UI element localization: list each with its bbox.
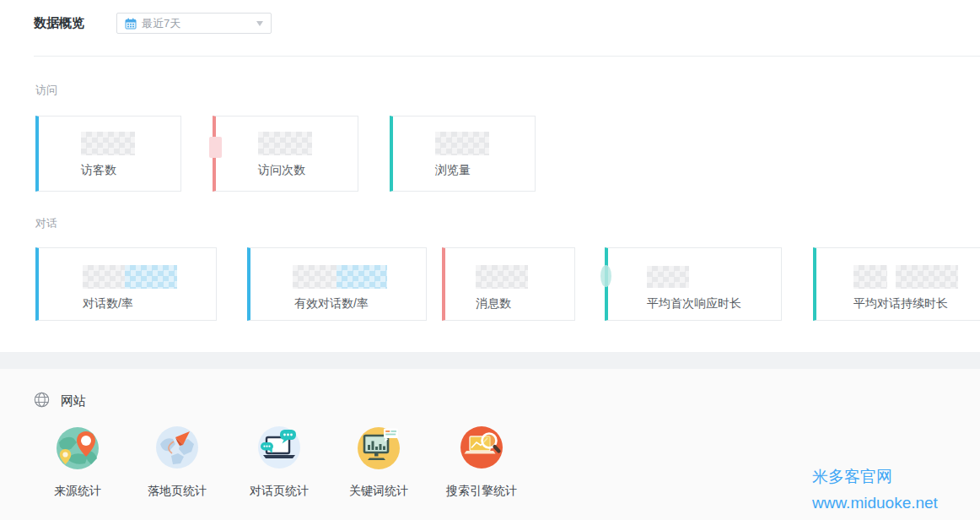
redacted-smudge — [600, 265, 611, 287]
stat-card-messages: 消息数 — [442, 247, 575, 321]
laptop-chat-icon — [256, 425, 302, 470]
redacted-value — [476, 265, 528, 289]
redacted-smudge — [209, 137, 222, 158]
shortcut-landing-page-stats[interactable]: 落地页统计 — [127, 425, 228, 499]
redacted-value — [258, 132, 312, 155]
section-label-visits: 访问 — [35, 83, 57, 98]
stat-card-label: 访客数 — [81, 163, 116, 178]
page-title: 数据概览 — [34, 15, 84, 31]
stat-card-avg-first-response: 平均首次响应时长 — [605, 247, 782, 321]
stat-card-label: 有效对话数/率 — [294, 296, 369, 311]
website-group-label: 网站 — [61, 393, 86, 409]
date-range-value: 最近7天 — [142, 16, 256, 31]
stat-card-conversations-rate: 对话数/率 — [35, 247, 217, 321]
redacted-value — [435, 132, 489, 155]
monitor-bar-chart-icon — [356, 425, 401, 470]
redacted-value — [647, 266, 689, 288]
website-group-header: 网站 — [34, 392, 86, 411]
stat-card-valid-conversations-rate: 有效对话数/率 — [247, 247, 427, 321]
stat-card-label: 浏览量 — [435, 163, 471, 178]
shortcut-search-engine-stats[interactable]: 搜索引擎统计 — [431, 425, 532, 499]
shortcut-chat-page-stats[interactable]: 对话页统计 — [229, 425, 330, 499]
redacted-value — [293, 265, 337, 289]
stat-card-visit-times: 访问次数 — [213, 116, 358, 192]
section-gap-band — [0, 352, 980, 369]
analytics-overview-page: 数据概览 最近7天 访问 访客数 访问次数 浏览量 — [0, 0, 980, 520]
stat-card-label: 访问次数 — [258, 163, 305, 178]
chevron-down-icon — [256, 21, 263, 26]
world-paper-plane-icon — [154, 425, 200, 470]
shortcut-label: 关键词统计 — [328, 484, 429, 499]
stat-card-label: 对话数/率 — [83, 296, 133, 311]
shortcut-label: 对话页统计 — [229, 484, 330, 499]
redacted-value — [337, 265, 387, 289]
redacted-value — [853, 265, 887, 289]
stat-card-label: 平均首次响应时长 — [647, 296, 741, 311]
globe-icon — [34, 392, 50, 411]
header-divider — [34, 56, 980, 57]
calendar-icon — [125, 18, 137, 30]
redacted-value — [125, 265, 177, 289]
laptop-magnifier-icon — [459, 425, 504, 470]
redacted-value — [81, 132, 135, 155]
redacted-value — [896, 265, 958, 289]
shortcut-label: 来源统计 — [27, 484, 128, 499]
date-range-dropdown[interactable]: 最近7天 — [116, 13, 272, 34]
shortcut-source-stats[interactable]: 来源统计 — [27, 425, 128, 499]
stat-card-label: 消息数 — [476, 296, 511, 311]
stat-card-visitors: 访客数 — [35, 116, 181, 192]
redacted-value — [83, 265, 125, 289]
watermark-brand: 米多客官网 — [812, 463, 938, 490]
stat-card-pageviews: 浏览量 — [390, 116, 536, 192]
stat-card-label: 平均对话持续时长 — [853, 296, 948, 311]
globe-pins-icon — [55, 425, 100, 470]
shortcut-label: 落地页统计 — [127, 484, 228, 499]
shortcut-keyword-stats[interactable]: 关键词统计 — [328, 425, 429, 499]
watermark: 米多客官网 www.miduoke.net — [812, 463, 938, 516]
section-label-conversations: 对话 — [35, 216, 57, 231]
stat-card-avg-conversation-duration: 平均对话持续时长 — [813, 247, 980, 321]
shortcut-label: 搜索引擎统计 — [431, 484, 532, 499]
watermark-url: www.miduoke.net — [812, 490, 938, 516]
